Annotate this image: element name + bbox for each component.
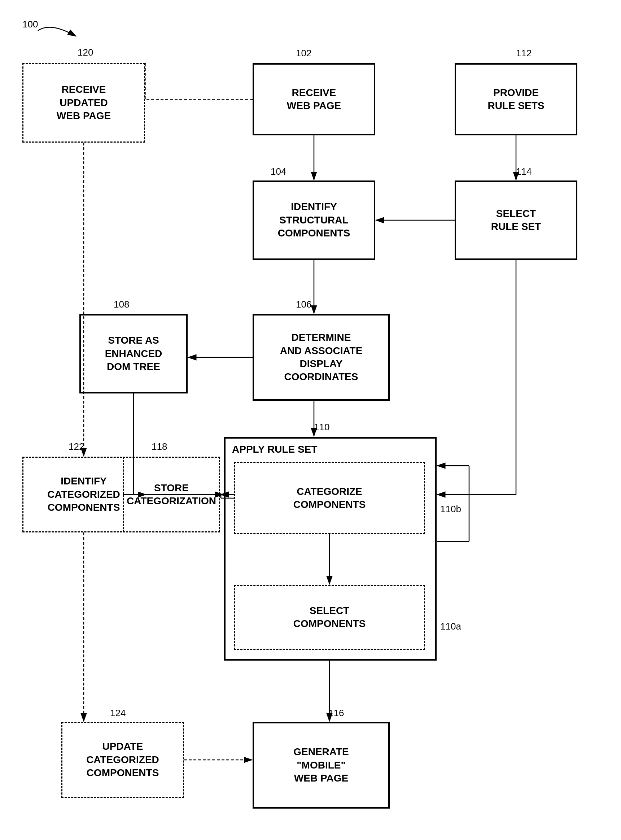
ref-120: 120: [77, 47, 93, 58]
ref-114: 114: [516, 166, 532, 177]
ref-118: 118: [151, 441, 167, 452]
ref-122: 122: [68, 441, 84, 452]
box-identify-structural: IDENTIFY STRUCTURAL COMPONENTS: [253, 180, 375, 260]
ref-108: 108: [114, 299, 129, 310]
ref-110: 110: [314, 422, 329, 433]
box-select-rule-set: SELECT RULE SET: [454, 180, 577, 260]
box-categorize: CATEGORIZE COMPONENTS: [234, 462, 425, 534]
ref-100: 100: [23, 19, 38, 30]
box-update-categorized: UPDATE CATEGORIZED COMPONENTS: [61, 722, 184, 798]
ref-124: 124: [110, 708, 126, 719]
box-provide-rule-sets: PROVIDE RULE SETS: [454, 63, 577, 135]
box-store-categorization: STORE CATEGORIZATION: [123, 456, 220, 532]
box-select-components: SELECT COMPONENTS: [234, 585, 425, 650]
ref-110a: 110a: [440, 621, 461, 632]
box-receive-web-page: RECEIVE WEB PAGE: [253, 63, 375, 135]
box-determine: DETERMINE AND ASSOCIATE DISPLAY COORDINA…: [253, 314, 390, 401]
ref-112: 112: [516, 48, 532, 59]
ref-110b: 110b: [440, 503, 461, 515]
flowchart-diagram: 100 RECEIVE UPDATED WEB PAGE 120 RECEIVE…: [0, 0, 621, 840]
box-receive-updated: RECEIVE UPDATED WEB PAGE: [23, 63, 145, 143]
ref-106: 106: [296, 299, 311, 310]
ref-116: 116: [329, 708, 344, 719]
box-generate: GENERATE "MOBILE" WEB PAGE: [253, 722, 390, 808]
box-store-enhanced: STORE AS ENHANCED DOM TREE: [79, 314, 188, 393]
ref-104: 104: [271, 166, 286, 177]
ref-102: 102: [296, 48, 311, 59]
